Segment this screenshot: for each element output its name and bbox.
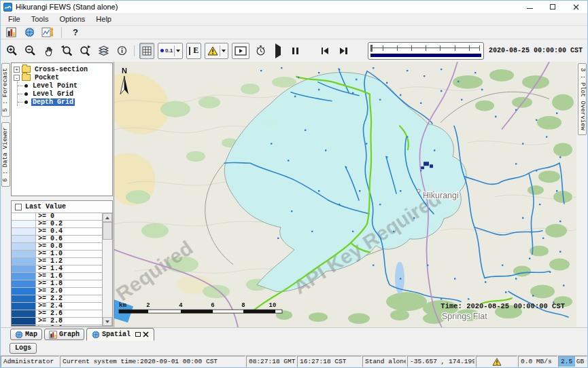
zoom-next-button[interactable] [77,43,92,59]
map-view[interactable]: API Key Required API Key Required [114,62,576,327]
movie-player-button[interactable] [232,43,249,59]
timeline-slider[interactable] [368,42,484,60]
menu-file[interactable]: File [3,14,25,24]
legend-list: >= 0 >= 0.2 >= 0.4 >= 0.6 >= 0.8 >= 1.0 … [12,213,103,326]
legend-swatch [12,265,36,272]
tree-item-depth-grid[interactable]: Depth Grid [18,98,112,106]
info-button[interactable] [114,43,129,59]
status-bar: Administrator Current system time:2020-0… [1,355,587,367]
scale-unit-label: km [119,302,126,309]
skip-to-start-button[interactable] [322,48,329,54]
maximize-icon [550,4,555,10]
tab-plot-overview[interactable]: 3 : Plot Overview [578,63,587,135]
tab-spatial[interactable]: Spatial [86,328,154,341]
logs-button[interactable]: Logs [10,343,37,354]
zoom-in-icon [6,45,18,56]
toolbar-separator [61,27,62,38]
tab-map[interactable]: Map [10,329,42,340]
legend-swatch [12,221,36,227]
menu-help[interactable]: Help [91,14,116,24]
spatial-display-button[interactable] [41,26,54,38]
play-button[interactable] [275,47,281,55]
help-button[interactable]: ? [69,26,82,38]
app-logo-icon [3,3,12,12]
folder-icon [22,66,31,73]
show-grid-button[interactable] [139,43,154,59]
last-value-checkbox[interactable] [15,204,22,210]
chevron-down-icon [176,50,180,52]
tree-item-pocket[interactable]: - Pocket [14,73,112,81]
animation-timer-button[interactable] [253,43,268,59]
tree-item-label-selected: Depth Grid [31,98,75,106]
menu-tools[interactable]: Tools [27,14,54,24]
tree-item-label: Level Grid [31,90,75,98]
expand-icon[interactable]: + [14,67,20,73]
legend-scrollbar[interactable] [103,213,112,326]
zoom-in-button[interactable] [4,43,19,59]
minimize-button[interactable] [518,1,541,13]
warning-icon [492,358,502,366]
north-label: N [122,67,127,75]
town-marker [417,189,420,192]
close-tab-icon[interactable] [143,331,149,337]
pause-icon [292,48,298,54]
main-toolbar: ? [1,25,587,39]
legend-swatch [12,258,36,265]
close-button[interactable] [564,1,587,13]
status-warning-cell [476,356,517,367]
tab-graph[interactable]: Graph [44,329,84,340]
play-icon [275,43,281,58]
tree-item-cross-section[interactable]: + Cross-section [14,65,112,73]
minimize-icon [527,8,533,9]
menu-bar: File Tools Options Help [1,13,587,25]
tab-data-viewer[interactable]: 6 : Data Viewer [1,122,10,187]
mouse-coordinates: -35.657 , 174.199 [407,356,475,367]
toolbar-separator [134,45,135,56]
zoom-out-button[interactable] [22,43,37,59]
legend-swatch [12,295,36,302]
user-label: Administrator [1,356,59,367]
pan-button[interactable] [41,43,56,59]
layers-button[interactable] [96,43,111,59]
bullet-icon [24,92,28,96]
thresholds-dropdown[interactable] [205,43,228,59]
tree-item-level-point[interactable]: Level Point [18,81,112,90]
scrollbar-thumb[interactable] [103,222,112,240]
globe-icon [15,331,23,339]
map-display-button[interactable] [23,26,35,38]
label-hikurangi: Hikurangi [423,191,459,200]
legend-swatch [12,251,36,257]
tree-item-level-grid[interactable]: Level Grid [18,90,112,98]
map-toolbar: 0.1 E [1,39,587,62]
maximize-button[interactable] [541,1,564,13]
dot-icon [160,49,164,52]
memory-usage: 2.5 GB [558,356,587,367]
scale-button[interactable]: E [186,43,201,59]
legend-swatch [12,243,36,250]
chevron-down-icon [222,50,226,52]
bullet-icon [24,84,28,88]
stopwatch-icon [255,45,266,56]
svg-text:6: 6 [211,302,214,309]
maximize-tab-icon[interactable] [135,332,141,337]
svg-text:2: 2 [146,302,150,309]
legend-swatch [12,318,36,325]
legend-swatch [12,303,36,310]
scroll-down-button[interactable] [103,317,112,326]
collapse-icon[interactable]: - [14,75,20,81]
left-tab-strip: 5 : Forecast 6 : Data Viewer [1,62,10,327]
zoom-previous-button[interactable] [59,43,74,59]
menu-options[interactable]: Options [54,14,90,24]
tab-forecast[interactable]: 5 : Forecast [1,63,10,117]
legend-swatch [12,310,36,317]
pause-button[interactable] [292,48,298,54]
zoom-previous-icon [60,45,73,56]
skip-to-end-button[interactable] [340,48,347,54]
system-time-label: Current system time:2020-09-01 00:00 CST [60,356,245,367]
legend-panel: Last Value >= 0 >= 0.2 >= 0.4 >= 0.6 >= … [11,200,113,327]
map-time-label: Time: 2020-08-25 00:00:00 CST [440,302,565,310]
dot-size-dropdown[interactable]: 0.1 [158,43,183,59]
data-display-button[interactable] [5,26,17,38]
scroll-up-button[interactable] [103,213,112,222]
legend-row[interactable]: >= 3.0 [12,325,102,326]
